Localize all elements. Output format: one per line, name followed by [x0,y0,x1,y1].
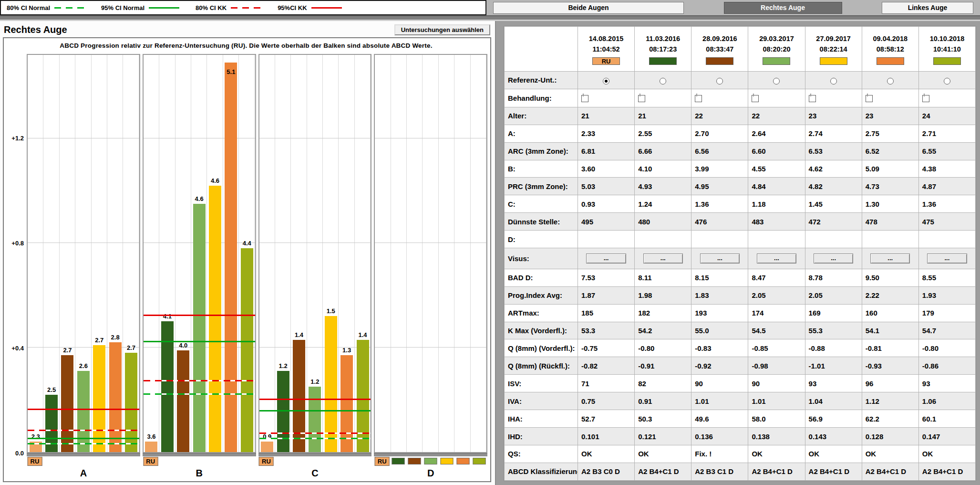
ci-line-95-kk [259,399,371,400]
cell: 1.36 [918,195,975,213]
cell: 495 [578,213,635,231]
grid-column [259,55,275,452]
visus-button[interactable]: ... [700,253,740,264]
table-row: B:3.604.103.994.554.625.094.38 [505,160,976,178]
behandlung-checkbox[interactable] [922,95,929,102]
row-label: Behandlung: [505,89,578,107]
cell: 160 [862,304,918,322]
referenz-radio[interactable] [830,78,837,84]
cell: 4.38 [918,160,975,178]
visus-button[interactable]: ... [927,253,967,264]
chart-group-b: 3.64.14.04.64.65.14.4RUB [143,54,256,480]
behandlung-checkbox[interactable] [809,95,816,102]
gridline [375,242,486,243]
y-axis: 0.0+0.4+0.8+1.2 [5,54,27,480]
cell: A2 B3 C1 D [691,463,748,480]
ru-marker: RU [143,457,158,466]
table-row: QS:OKOKFix. !OKOKOKOK [505,445,976,463]
cell: 4.93 [635,178,691,195]
eye-button-rechtes-auge[interactable]: Rechtes Auge [724,2,842,14]
chart-bar [177,350,189,452]
behandlung-checkbox[interactable] [638,95,645,102]
table-row: ABCD Klassifizierung:A2 B3 C0 DA2 B4+C1 … [505,463,976,480]
cell: OK [862,445,918,463]
cell [862,89,918,107]
referenz-radio[interactable] [944,78,950,84]
chart-bar [145,442,157,452]
cell [748,72,805,89]
cell: -0.88 [805,339,862,357]
cell: 55.0 [691,322,748,339]
bar-value-label: 4.0 [179,342,187,349]
y-axis-tick-label: 0.0 [15,450,24,457]
cell [918,89,975,107]
cell: 8.15 [691,269,748,286]
cell: 56.9 [805,410,862,428]
referenz-radio[interactable] [887,78,894,84]
cell: 7.53 [578,269,635,286]
cell [862,72,918,89]
bar-value-label: 3.6 [147,433,155,440]
exam-swatch-stub [441,458,454,464]
select-exams-button[interactable]: Untersuchungen auswählen [394,24,490,35]
group-plot: 3.64.14.04.64.65.14.4 [143,54,256,453]
group-plot: 0.91.21.41.21.51.31.4 [258,54,372,453]
behandlung-checkbox[interactable] [752,95,759,102]
cell: 54.7 [918,322,975,339]
exam-swatch-stub [424,458,437,464]
abcd-progression-chart: ABCD Progression relativ zur Referenz-Un… [3,37,491,482]
bar-value-label: 2.5 [47,386,56,393]
exam-color-swatch [877,57,904,65]
row-label: ARTmax: [505,304,578,322]
cell [635,72,691,89]
cell: A2 B4+C1 D [862,463,918,480]
exam-table-panel: 14.08.201511:04:52RU11.03.201608:17:2328… [504,26,976,481]
table-row: Referenz-Unt.: [505,72,976,89]
visus-button[interactable]: ... [643,253,683,264]
cell: 8.11 [635,269,691,286]
exam-date: 14.08.2015 [581,33,631,44]
referenz-radio[interactable] [660,78,666,84]
table-row: IHD:0.1010.1210.1360.1380.1430.1280.147 [505,428,976,445]
cell: 3.60 [578,160,635,178]
cell: 50.3 [635,410,691,428]
visus-button[interactable]: ... [814,253,853,264]
bar-value-label: 2.8 [111,334,120,341]
exam-date: 11.03.2016 [638,33,688,44]
cell: 1.04 [805,392,862,410]
legend-item: 95%CI KK [278,4,341,11]
bar-value-label: 0.9 [263,433,271,440]
ci-line-95-normal [259,410,371,411]
cell: 2.75 [862,125,918,142]
cell: -0.91 [635,357,691,375]
exam-color-swatch [763,57,790,65]
referenz-radio[interactable] [716,78,723,84]
cell: 0.93 [578,195,635,213]
eye-button-beide-augen[interactable]: Beide Augen [493,2,684,14]
behandlung-checkbox[interactable] [695,95,702,102]
separator-bar [0,15,980,21]
cell [862,231,918,248]
chart-group-d: RUD [374,54,487,480]
behandlung-checkbox[interactable] [581,95,588,102]
cell: 6.81 [578,142,635,160]
referenz-radio[interactable] [773,78,780,84]
cell [691,89,748,107]
grid-column [28,55,43,452]
table-row: ISV:71829090939693 [505,375,976,392]
eye-button-linkes-auge[interactable]: Linkes Auge [882,2,973,14]
visus-button[interactable]: ... [870,253,910,264]
cell: 4.84 [748,178,805,195]
cell: 0.138 [748,428,805,445]
ci-line-95-normal [28,438,139,439]
cell: OK [805,445,862,463]
ru-marker: RU [375,457,390,466]
cell: -0.81 [862,339,918,357]
cell: A2 B4+C1 D [635,463,691,480]
table-row: Alter:21212222232324 [505,107,976,125]
referenz-radio[interactable] [603,78,609,84]
behandlung-checkbox[interactable] [866,95,873,102]
bar-value-label: 5.1 [227,68,235,75]
visus-button[interactable]: ... [757,253,796,264]
visus-button[interactable]: ... [586,253,626,264]
